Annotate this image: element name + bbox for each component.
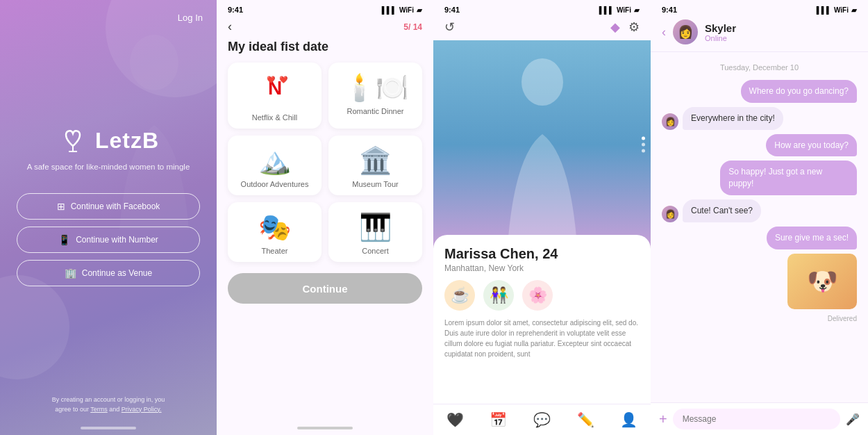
status-icons: ▌▌▌ WiFi ▰ [599,6,640,14]
microphone-button[interactable]: 🎤 [846,413,860,426]
dinner-label: Romantic Dinner [347,107,404,115]
message-input-bar: + 🎤 [651,402,868,435]
back-button[interactable]: ‹ [228,19,232,34]
building-icon: 🏢 [65,268,76,279]
privacy-link[interactable]: Privacy Policy. [122,406,162,413]
home-indicator [297,427,353,429]
dinner-icon: 🕯️🍽️ [343,72,408,103]
bottom-navigation: 🖤 📅 💬 ✏️ 👤 [433,404,651,435]
time-display: 9:41 [662,6,677,14]
status-icons: ▌▌▌ WiFi ▰ [382,6,422,14]
user-info: Skyler Online [705,22,736,42]
profile-name: Marissa Chen, 24 [444,246,640,262]
battery-icon: ▰ [851,6,857,14]
concert-icon: 🎹 [359,212,392,243]
screen-chat: 9:41 ▌▌▌ WiFi ▰ ‹ 👩 Skyler Online Tuesda… [651,0,868,435]
puppy-image: 🐶 [787,254,857,309]
message-2: Everywhere in the city! [683,107,783,130]
messages-list: Tuesday, December 10 Where do you go dan… [651,52,868,402]
number-label: Continue with Number [76,235,158,245]
profile-card: Marissa Chen, 24 Manhattan, New York ☕ 👫… [433,235,651,404]
message-5: Cute! Can't see? [683,199,761,222]
photo-dots [642,137,645,153]
bg-circle-2 [0,275,69,379]
delivered-status: Delivered [662,315,857,322]
museum-icon: 🏛️ [359,145,392,176]
continue-button[interactable]: Continue [228,273,422,304]
message-2-container: 👩 Everywhere in the city! [662,107,857,130]
battery-icon: ▰ [417,6,422,14]
top-navigation: ↺ ◆ ⚙ [433,17,651,40]
museum-label: Museum Tour [352,180,398,188]
progress-indicator: 5/ 14 [403,22,422,32]
screen-login: Log In LetzB A safe space for like-minde… [0,0,217,435]
netflix-icon: N ❤️ ❤️ [260,72,290,109]
status-bar: 9:41 ▌▌▌ WiFi ▰ [433,0,651,17]
phone-icon: 📱 [58,234,70,245]
theater-label: Theater [262,247,288,255]
wifi-icon: WiFi [834,6,849,14]
svg-point-7 [521,58,563,106]
signal-icon: ▌▌▌ [817,6,831,14]
svg-text:❤️: ❤️ [267,75,276,84]
time-display: 9:41 [444,6,460,14]
silhouette-bg [99,21,210,229]
theater-icon: 🎭 [258,212,291,243]
date-options-grid: N ❤️ ❤️ Netflix & Chill 🕯️🍽️ Romantic Di… [217,63,433,262]
profile-bio: Lorem ipsum dolor sit amet, consectetur … [444,318,640,359]
interest-couple[interactable]: 👫 [483,280,514,311]
option-outdoor[interactable]: 🏔️ Outdoor Adventures [228,136,322,195]
profile-location: Manhattan, New York [444,263,640,273]
message-input[interactable] [673,409,840,429]
chat-username: Skyler [705,22,736,34]
terms-link[interactable]: Terms [90,406,108,413]
wifi-icon: WiFi [399,6,414,14]
interest-flower[interactable]: 🌸 [522,280,553,311]
login-button[interactable]: Log In [178,13,203,23]
nav-profile[interactable]: 👤 [620,411,637,428]
message-1: Where do you go dancing? [741,80,857,103]
chat-avatar: 👩 [673,19,698,44]
home-indicator [81,427,136,429]
chat-header: ‹ 👩 Skyler Online [651,17,868,52]
option-concert[interactable]: 🎹 Concert [328,202,422,262]
time-display: 9:41 [228,6,243,14]
dot-2 [642,143,645,147]
dot-1 [642,137,645,140]
status-bar: 9:41 ▌▌▌ WiFi ▰ [651,0,868,17]
screen-ideal-date: 9:41 ▌▌▌ WiFi ▰ ‹ 5/ 14 My ideal fist da… [217,0,433,435]
facebook-icon: ⊞ [57,201,65,212]
small-avatar-1: 👩 [662,113,678,130]
diamond-icon[interactable]: ◆ [610,19,620,35]
nav-pencil[interactable]: ✏️ [577,411,594,428]
netflix-label: Netflix & Chill [252,113,297,122]
small-avatar-2: 👩 [662,206,678,222]
option-romantic-dinner[interactable]: 🕯️🍽️ Romantic Dinner [328,63,422,129]
back-button[interactable]: ‹ [662,25,666,40]
filter-icon[interactable]: ⚙ [628,19,640,35]
svg-point-0 [130,35,178,90]
battery-icon: ▰ [634,6,640,14]
option-museum[interactable]: 🏛️ Museum Tour [328,136,422,195]
attachment-button[interactable]: + [659,411,667,427]
top-right-actions: ◆ ⚙ [610,19,640,35]
concert-label: Concert [362,247,389,255]
signal-icon: ▌▌▌ [382,6,397,14]
signal-icon: ▌▌▌ [599,6,614,14]
message-5-container: 👩 Cute! Can't see? [662,199,857,222]
number-button[interactable]: 📱 Continue with Number [17,227,200,253]
message-4: So happy! Just got a new puppy! [720,161,857,195]
option-theater[interactable]: 🎭 Theater [228,202,322,262]
interest-coffee[interactable]: ☕ [444,280,475,311]
nav-calendar[interactable]: 📅 [490,411,507,428]
svg-text:❤️: ❤️ [279,75,288,84]
nav-heart[interactable]: 🖤 [446,411,464,428]
screen-profile: 9:41 ▌▌▌ WiFi ▰ ↺ ◆ ⚙ Marissa Chen, 24 M… [433,0,651,435]
nav-header: ‹ 5/ 14 [217,17,433,40]
outdoor-icon: 🏔️ [258,145,291,176]
option-netflix[interactable]: N ❤️ ❤️ Netflix & Chill [228,63,322,129]
undo-icon[interactable]: ↺ [444,19,455,35]
status-icons: ▌▌▌ WiFi ▰ [817,6,857,14]
date-separator: Tuesday, December 10 [662,63,857,72]
nav-chat[interactable]: 💬 [533,411,551,428]
